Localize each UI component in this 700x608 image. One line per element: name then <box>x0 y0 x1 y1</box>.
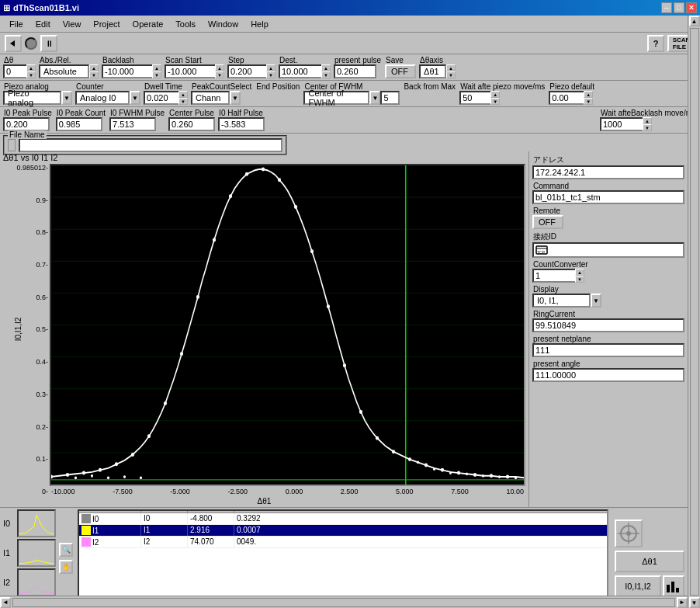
filename-input[interactable] <box>19 138 282 152</box>
piezo-analog-dropdown-btn[interactable]: ▼ <box>61 91 72 105</box>
dest-input[interactable] <box>279 64 321 78</box>
present-angle-input[interactable] <box>532 368 684 382</box>
center-fwhm-dropdown-btn[interactable]: ▼ <box>369 91 380 105</box>
command-input[interactable] <box>532 190 684 204</box>
peak-count-value[interactable]: Chann <box>191 91 230 105</box>
menu-view[interactable]: View <box>57 18 88 30</box>
graph-icon-button[interactable] <box>663 575 684 597</box>
menu-tools[interactable]: Tools <box>169 18 202 30</box>
dtheta-axis-down[interactable]: ▼ <box>446 71 456 78</box>
thumbnail-2[interactable] <box>17 568 56 596</box>
count-converter-down[interactable]: ▼ <box>575 276 584 283</box>
io-peak-count-group: I0 Peak Count <box>56 109 106 131</box>
scan-start-up[interactable]: ▲ <box>215 64 224 71</box>
menu-project[interactable]: Project <box>87 18 126 30</box>
piezo-analog-value[interactable]: Piezo analog <box>3 91 61 105</box>
wait-after-input[interactable] <box>459 91 490 105</box>
dwell-time-up[interactable]: ▲ <box>178 91 188 98</box>
scroll-left-button[interactable]: ◄ <box>0 597 11 608</box>
piezo-default-up[interactable]: ▲ <box>584 91 593 98</box>
display-value[interactable]: I0, I1, <box>532 294 591 307</box>
zoom-icon[interactable]: 🔍 <box>59 543 73 557</box>
scroll-right-button[interactable]: ► <box>677 597 688 608</box>
dest-up[interactable]: ▲ <box>321 64 331 71</box>
peak-count-dropdown-btn[interactable]: ▼ <box>230 91 241 105</box>
wait-after-up[interactable]: ▲ <box>490 91 500 98</box>
present-pulse-input[interactable] <box>334 64 376 78</box>
analog-io-value[interactable]: Analog I0 <box>75 91 130 105</box>
step-up[interactable]: ▲ <box>266 64 275 71</box>
dwell-time-input[interactable] <box>144 91 178 105</box>
io-peak-count-input[interactable] <box>56 117 102 131</box>
count-converter-input[interactable] <box>532 269 575 283</box>
menu-edit[interactable]: Edit <box>29 18 57 30</box>
step-input[interactable] <box>227 64 266 78</box>
backlash-label: Backlash <box>102 56 161 64</box>
menu-operate[interactable]: Operate <box>126 18 170 30</box>
scan-start-down[interactable]: ▼ <box>215 71 224 78</box>
thumbnail-0[interactable] <box>17 509 56 537</box>
center-fwhm-value[interactable] <box>380 91 400 105</box>
wait-after-down[interactable]: ▼ <box>490 98 500 105</box>
scan-start-input[interactable] <box>165 64 215 78</box>
dtheta-axis-value[interactable]: Δθ1 <box>419 64 446 78</box>
menu-window[interactable]: Window <box>202 18 244 30</box>
maximize-button[interactable]: □ <box>674 2 684 13</box>
delta-theta-down[interactable]: ▼ <box>26 71 36 78</box>
io-fwhm-pulse-input[interactable] <box>109 117 156 131</box>
minimize-button[interactable]: ─ <box>661 2 672 13</box>
dtheta1-button[interactable]: Δθ1 <box>615 551 684 572</box>
io-peak-pulse-input[interactable] <box>3 117 50 131</box>
backlash-up[interactable]: ▲ <box>152 64 161 71</box>
io-half-pulse-input[interactable] <box>218 117 265 131</box>
ring-current-input[interactable] <box>532 318 684 332</box>
thumbnail-1[interactable] <box>17 539 56 567</box>
count-converter-up[interactable]: ▲ <box>575 269 584 276</box>
scroll-horiz-thumb[interactable] <box>12 598 675 607</box>
delta-theta-input[interactable] <box>3 64 26 78</box>
scroll-thumb[interactable] <box>690 28 699 596</box>
abs-rel-down[interactable]: ▼ <box>89 71 99 78</box>
delta-theta-up[interactable]: ▲ <box>26 64 36 71</box>
svg-point-45 <box>140 476 142 479</box>
table-row-0[interactable]: I0 I0 -4.800 0.3292 <box>79 513 607 525</box>
backlash-input[interactable] <box>102 64 152 78</box>
close-button[interactable]: ✕ <box>686 2 697 13</box>
delta-theta-label: Δθ <box>3 56 36 64</box>
crosshair-button[interactable] <box>615 519 643 547</box>
center-pulse-input[interactable] <box>168 117 215 131</box>
dwell-time-down[interactable]: ▼ <box>178 98 188 105</box>
help-button[interactable]: ? <box>647 35 664 52</box>
piezo-default-input[interactable] <box>549 91 584 105</box>
abs-rel-up[interactable]: ▲ <box>89 64 99 71</box>
count-converter-label: CountConverter <box>532 260 684 269</box>
analog-io-dropdown-btn[interactable]: ▼ <box>130 91 140 105</box>
scroll-down-button[interactable]: ▼ <box>689 597 700 608</box>
center-fwhm-dropdown-val[interactable]: Center of FWHM <box>303 91 369 105</box>
dtheta-axis-up[interactable]: ▲ <box>446 64 456 71</box>
save-toggle[interactable]: OFF <box>385 64 416 78</box>
io-i1-i2-button[interactable]: I0,I1,I2 <box>615 575 661 597</box>
table-row-2[interactable]: I2 I2 74.070 0049. <box>79 537 607 548</box>
step-down[interactable]: ▼ <box>266 71 275 78</box>
backlash-down[interactable]: ▼ <box>152 71 161 78</box>
dest-down[interactable]: ▼ <box>321 71 331 78</box>
wait-backlash-down[interactable]: ▼ <box>643 124 652 131</box>
remote-toggle[interactable]: OFF <box>532 215 563 229</box>
display-dropdown-btn[interactable]: ▼ <box>591 294 601 307</box>
scroll-up-button[interactable]: ▲ <box>689 16 700 26</box>
address-input[interactable] <box>532 165 684 179</box>
pause-button[interactable]: ⏸ <box>40 35 57 52</box>
menu-help[interactable]: Help <box>244 18 275 30</box>
chart-svg[interactable] <box>50 164 525 486</box>
wait-backlash-input[interactable] <box>600 117 643 131</box>
hand-icon[interactable]: ✋ <box>59 560 73 574</box>
piezo-default-down[interactable]: ▼ <box>584 98 593 105</box>
abs-rel-value[interactable]: Absolute <box>39 64 89 78</box>
arrow-toolbar-button[interactable] <box>5 35 22 52</box>
menu-file[interactable]: File <box>3 18 29 30</box>
wait-backlash-up[interactable]: ▲ <box>643 117 652 124</box>
delta-theta-spinbox[interactable]: ▲ ▼ <box>3 64 36 78</box>
present-netplane-input[interactable] <box>532 343 684 357</box>
table-row-1[interactable]: I1 I1 2.916 0.0007 <box>79 525 607 537</box>
